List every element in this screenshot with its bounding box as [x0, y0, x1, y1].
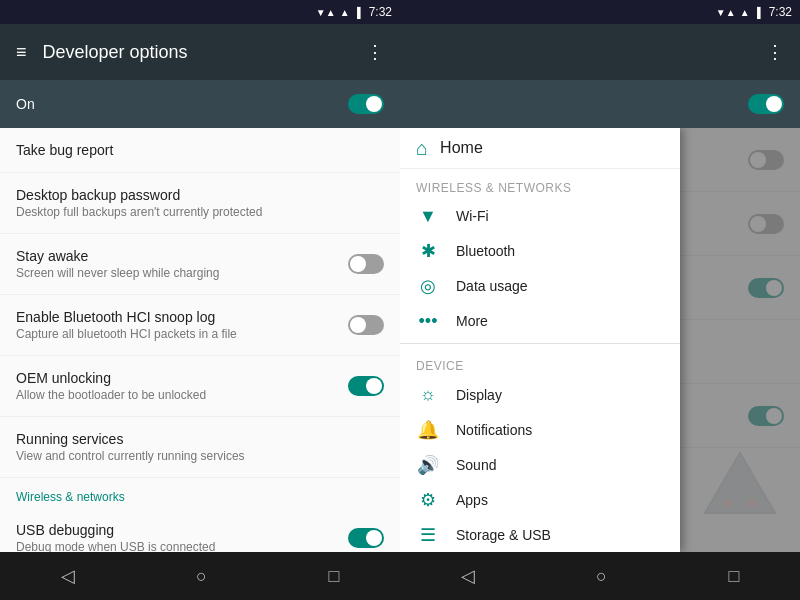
stay-awake-item[interactable]: Stay awake Screen will never sleep while… — [0, 234, 400, 295]
drawer-more-item[interactable]: ••• More — [400, 304, 680, 339]
right-nav-bar: ◁ ○ □ — [400, 552, 800, 600]
desktop-backup-subtitle: Desktop full backups aren't currently pr… — [16, 205, 384, 219]
usb-debugging-title: USB debugging — [16, 522, 348, 538]
drawer-divider — [400, 343, 680, 344]
usb-debugging-item[interactable]: USB debugging Debug mode when USB is con… — [0, 508, 400, 552]
signal-icon: ▼▲ — [316, 7, 336, 18]
left-recent-button[interactable]: □ — [328, 566, 339, 587]
left-settings-list: Take bug report Desktop backup password … — [0, 128, 400, 552]
drawer-notifications-item[interactable]: 🔔 Notifications — [400, 412, 680, 447]
on-label: On — [16, 96, 35, 112]
stay-awake-toggle[interactable] — [348, 254, 384, 274]
wireless-section-label: Wireless & networks — [400, 169, 680, 199]
left-back-button[interactable]: ◁ — [61, 565, 75, 587]
drawer-display-label: Display — [456, 387, 502, 403]
data-usage-icon: ◎ — [416, 275, 440, 297]
oem-unlocking-subtitle: Allow the bootloader to be unlocked — [16, 388, 348, 402]
stay-awake-subtitle: Screen will never sleep while charging — [16, 266, 348, 280]
usb-debugging-subtitle: Debug mode when USB is connected — [16, 540, 348, 552]
oem-unlocking-title: OEM unlocking — [16, 370, 348, 386]
desktop-backup-item[interactable]: Desktop backup password Desktop full bac… — [0, 173, 400, 234]
drawer-display-item[interactable]: ☼ Display — [400, 377, 680, 412]
drawer-wifi-label: Wi-Fi — [456, 208, 489, 224]
right-signal-icon: ▼▲ — [716, 7, 736, 18]
home-icon: ⌂ — [416, 137, 428, 160]
toggle-thumb — [366, 96, 382, 112]
sound-icon: 🔊 — [416, 454, 440, 476]
drawer-storage-label: Storage & USB — [456, 527, 551, 543]
running-services-item[interactable]: Running services View and control curren… — [0, 417, 400, 478]
right-panel: ▼▲ ▲ ▐ 7:32 ⋮ — [400, 0, 800, 600]
right-content: ⌂ Home Wireless & networks ▼ Wi-Fi ✱ Blu… — [400, 128, 800, 552]
take-bug-report-title: Take bug report — [16, 142, 384, 158]
drawer-home-label: Home — [440, 139, 483, 157]
left-status-bar: ▼▲ ▲ ▐ 7:32 — [0, 0, 400, 24]
right-toolbar: ⋮ — [400, 24, 800, 80]
left-more-icon[interactable]: ⋮ — [366, 41, 384, 63]
display-icon: ☼ — [416, 384, 440, 405]
usb-debugging-toggle[interactable] — [348, 528, 384, 548]
left-home-button[interactable]: ○ — [196, 566, 207, 587]
right-on-row — [400, 80, 800, 128]
notifications-icon: 🔔 — [416, 419, 440, 441]
left-toolbar: ≡ Developer options ⋮ — [0, 24, 400, 80]
drawer-data-usage-item[interactable]: ◎ Data usage — [400, 269, 680, 304]
right-more-icon[interactable]: ⋮ — [766, 41, 784, 63]
navigation-drawer: ⌂ Home Wireless & networks ▼ Wi-Fi ✱ Blu… — [400, 128, 680, 552]
right-recent-button[interactable]: □ — [728, 566, 739, 587]
drawer-bluetooth-item[interactable]: ✱ Bluetooth — [400, 234, 680, 269]
oem-unlocking-toggle[interactable] — [348, 376, 384, 396]
drawer-sound-label: Sound — [456, 457, 496, 473]
drawer-storage-item[interactable]: ☰ Storage & USB — [400, 517, 680, 552]
more-dots-icon: ••• — [416, 311, 440, 332]
bluetooth-icon: ✱ — [416, 240, 440, 262]
drawer-home-item[interactable]: ⌂ Home — [400, 128, 680, 169]
drawer-sound-item[interactable]: 🔊 Sound — [400, 447, 680, 482]
oem-unlocking-item[interactable]: OEM unlocking Allow the bootloader to be… — [0, 356, 400, 417]
storage-icon: ☰ — [416, 524, 440, 546]
drawer-bluetooth-label: Bluetooth — [456, 243, 515, 259]
right-main-toggle[interactable] — [748, 94, 784, 114]
drawer-data-usage-label: Data usage — [456, 278, 528, 294]
take-bug-report-item[interactable]: Take bug report — [0, 128, 400, 173]
bluetooth-hci-toggle[interactable] — [348, 315, 384, 335]
on-row: On — [0, 80, 400, 128]
right-time: 7:32 — [769, 5, 792, 19]
drawer-wifi-item[interactable]: ▼ Wi-Fi — [400, 199, 680, 234]
left-nav-bar: ◁ ○ □ — [0, 552, 400, 600]
desktop-backup-title: Desktop backup password — [16, 187, 384, 203]
device-section-label: Device — [400, 347, 680, 377]
left-panel: ▼▲ ▲ ▐ 7:32 ≡ Developer options ⋮ On Tak… — [0, 0, 400, 600]
drawer-more-label: More — [456, 313, 488, 329]
developer-options-toggle[interactable] — [348, 94, 384, 114]
drawer-apps-item[interactable]: ⚙ Apps — [400, 482, 680, 517]
right-status-bar: ▼▲ ▲ ▐ 7:32 — [400, 0, 800, 24]
right-wifi-icon: ▲ — [740, 7, 750, 18]
stay-awake-title: Stay awake — [16, 248, 348, 264]
running-services-subtitle: View and control currently running servi… — [16, 449, 384, 463]
drawer-notifications-label: Notifications — [456, 422, 532, 438]
battery-icon: ▐ — [354, 7, 361, 18]
drawer-apps-label: Apps — [456, 492, 488, 508]
bluetooth-hci-item[interactable]: Enable Bluetooth HCI snoop log Capture a… — [0, 295, 400, 356]
left-toolbar-title: Developer options — [43, 42, 350, 63]
hamburger-icon[interactable]: ≡ — [16, 42, 27, 63]
left-time: 7:32 — [369, 5, 392, 19]
right-battery-icon: ▐ — [754, 7, 761, 18]
wifi-icon: ▼ — [416, 206, 440, 227]
right-back-button[interactable]: ◁ — [461, 565, 475, 587]
apps-icon: ⚙ — [416, 489, 440, 511]
right-home-button[interactable]: ○ — [596, 566, 607, 587]
bluetooth-hci-subtitle: Capture all bluetooth HCI packets in a f… — [16, 327, 348, 341]
wireless-networks-header: Wireless & networks — [0, 478, 400, 508]
wifi-status-icon: ▲ — [340, 7, 350, 18]
bluetooth-hci-title: Enable Bluetooth HCI snoop log — [16, 309, 348, 325]
running-services-title: Running services — [16, 431, 384, 447]
